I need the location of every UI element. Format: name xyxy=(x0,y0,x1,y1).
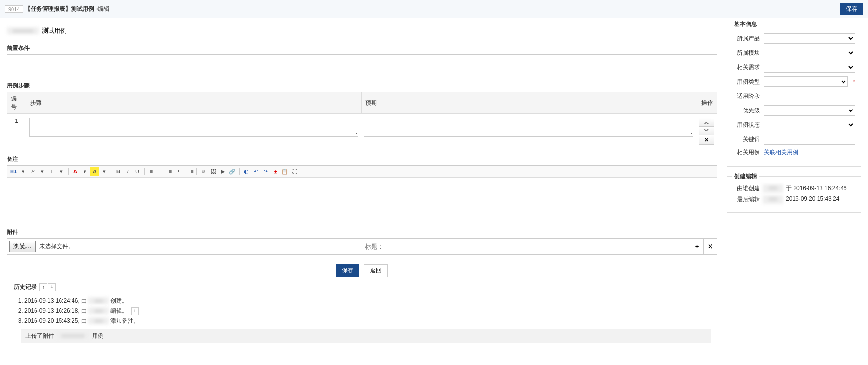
file-redacted: xxxxxxxx xyxy=(56,332,90,339)
page-title: 【任务管理报表】测试用例 xyxy=(25,5,94,13)
case-id-badge: 9014 xyxy=(5,5,23,13)
collapse-history-icon[interactable]: ↑ xyxy=(39,283,47,291)
editor-content-area[interactable] xyxy=(7,178,717,221)
col-expect: 预期 xyxy=(361,92,696,114)
module-select[interactable] xyxy=(764,48,855,58)
no-file-text: 未选择文件。 xyxy=(37,239,362,254)
audit-panel: 创建编辑 由谁创建 xxx 于 2016-09-13 16:24:46 最后编辑… xyxy=(727,176,861,213)
steps-table: 编号 步骤 预期 操作 1 ︽ ︾ ✕ xyxy=(7,92,717,148)
keywords-input[interactable] xyxy=(764,134,855,145)
chevron-down-icon[interactable]: ▾ xyxy=(38,167,47,176)
expand-history-item-icon[interactable]: + xyxy=(131,307,139,315)
rich-text-editor: H1▾ F▾ T▾ A▾ A▾ B I U ≡ ≣ ≡ ≔ ⋮≡ ☺ 🖼 ▶ xyxy=(7,165,717,221)
remove-attachment-button[interactable]: ✕ xyxy=(703,239,717,254)
unordered-list-icon[interactable]: ⋮≡ xyxy=(185,167,194,176)
creator-redacted: xxx xyxy=(763,184,783,193)
emoji-icon[interactable]: ☺ xyxy=(199,167,208,176)
precondition-label: 前置条件 xyxy=(7,44,717,52)
chevron-down-icon[interactable]: ▾ xyxy=(57,167,66,176)
breadcrumb-crumb: ›编辑 xyxy=(96,5,109,13)
required-star-icon: * xyxy=(853,78,855,85)
step-num: 1 xyxy=(7,114,26,149)
attachment-row: 浏览... 未选择文件。 + ✕ xyxy=(7,238,717,255)
font-family-icon[interactable]: F xyxy=(28,167,37,176)
history-label: 历史记录 xyxy=(14,283,37,290)
heading-icon[interactable]: H1 xyxy=(9,167,18,176)
attachment-label: 附件 xyxy=(7,228,717,236)
redo-icon[interactable]: ↷ xyxy=(261,167,270,176)
story-select[interactable] xyxy=(764,62,855,73)
move-down-icon[interactable]: ︾ xyxy=(699,127,714,135)
fullscreen-icon[interactable]: ⛶ xyxy=(290,167,299,176)
user-redacted: xxx xyxy=(88,307,108,314)
basic-info-panel: 基本信息 所属产品 所属模块 相关需求 用例类型 * 适用阶段 xyxy=(727,24,861,167)
font-size-icon[interactable]: T xyxy=(48,167,56,176)
top-bar: 9014 【任务管理报表】测试用例 ›编辑 保存 xyxy=(0,0,868,18)
basic-info-label: 基本信息 xyxy=(732,20,759,28)
precondition-textarea[interactable] xyxy=(7,54,717,73)
breadcrumb: 9014 【任务管理报表】测试用例 ›编辑 xyxy=(5,5,109,13)
col-step: 步骤 xyxy=(26,92,362,114)
user-redacted: xxx xyxy=(88,317,108,324)
add-attachment-button[interactable]: + xyxy=(690,239,703,254)
steps-label: 用例步骤 xyxy=(7,82,717,90)
link-related-case-link[interactable]: 关联相关用例 xyxy=(764,148,798,157)
browse-button[interactable]: 浏览... xyxy=(9,241,36,252)
paste-icon[interactable]: 📋 xyxy=(280,167,289,176)
product-select[interactable] xyxy=(764,33,855,44)
type-select[interactable] xyxy=(764,76,848,87)
remark-label: 备注 xyxy=(7,155,717,163)
chevron-down-icon[interactable]: ▾ xyxy=(100,167,108,176)
step-expect-input[interactable] xyxy=(364,118,693,137)
italic-icon[interactable]: I xyxy=(123,167,132,176)
bold-icon[interactable]: B xyxy=(114,167,122,176)
highlight-icon[interactable]: A xyxy=(90,167,99,176)
history-item: 2016-09-13 16:24:46, 由 xxx 创建。 xyxy=(24,296,711,306)
history-list: 2016-09-13 16:24:46, 由 xxx 创建。 2016-09-1… xyxy=(24,296,711,326)
save-button[interactable]: 保存 xyxy=(336,264,359,277)
delete-step-icon[interactable]: ✕ xyxy=(699,135,714,144)
image-icon[interactable]: 🖼 xyxy=(209,167,217,176)
text-color-icon[interactable]: A xyxy=(71,167,80,176)
back-button[interactable]: 返回 xyxy=(364,264,388,277)
expand-history-icon[interactable]: + xyxy=(48,283,56,291)
move-up-icon[interactable]: ︽ xyxy=(699,118,714,127)
remove-format-icon[interactable]: ◐ xyxy=(242,167,251,176)
undo-icon[interactable]: ↶ xyxy=(252,167,260,176)
editor-redacted: xxx xyxy=(763,195,783,204)
user-redacted: xxx xyxy=(88,297,108,304)
title-prefix-redacted: xxxxxxx xyxy=(7,27,39,34)
history-sub-detail: 上传了附件 xxxxxxxx 用例 xyxy=(21,329,711,343)
col-op: 操作 xyxy=(696,92,717,114)
underline-icon[interactable]: U xyxy=(133,167,142,176)
chevron-down-icon[interactable]: ▾ xyxy=(19,167,27,176)
step-op-buttons: ︽ ︾ ✕ xyxy=(699,118,714,145)
source-icon[interactable]: ⊞ xyxy=(271,167,279,176)
history-panel: 历史记录 ↑ + 2016-09-13 16:24:46, 由 xxx 创建。 … xyxy=(7,287,717,349)
ordered-list-icon[interactable]: ≔ xyxy=(176,167,184,176)
link-icon[interactable]: 🔗 xyxy=(228,167,237,176)
history-item: 2016-09-13 16:26:18, 由 xxx 编辑。 + xyxy=(24,306,711,316)
media-icon[interactable]: ▶ xyxy=(218,167,227,176)
status-select[interactable] xyxy=(764,120,855,130)
align-left-icon[interactable]: ≡ xyxy=(147,167,156,176)
audit-label: 创建编辑 xyxy=(732,172,759,181)
align-right-icon[interactable]: ≡ xyxy=(166,167,175,176)
step-desc-input[interactable] xyxy=(29,118,359,137)
priority-select[interactable] xyxy=(764,105,855,116)
stage-input[interactable] xyxy=(764,91,855,101)
save-button-top[interactable]: 保存 xyxy=(840,3,863,15)
case-title-input[interactable] xyxy=(39,24,717,37)
editor-toolbar: H1▾ F▾ T▾ A▾ A▾ B I U ≡ ≣ ≡ ≔ ⋮≡ ☺ 🖼 ▶ xyxy=(7,166,717,178)
col-num: 编号 xyxy=(7,92,26,114)
attachment-title-input[interactable] xyxy=(362,239,690,254)
step-row: 1 ︽ ︾ ✕ xyxy=(7,114,717,149)
chevron-down-icon[interactable]: ▾ xyxy=(81,167,89,176)
history-item: 2016-09-20 15:43:25, 由 xxx 添加备注。 xyxy=(24,316,711,326)
align-center-icon[interactable]: ≣ xyxy=(157,167,165,176)
